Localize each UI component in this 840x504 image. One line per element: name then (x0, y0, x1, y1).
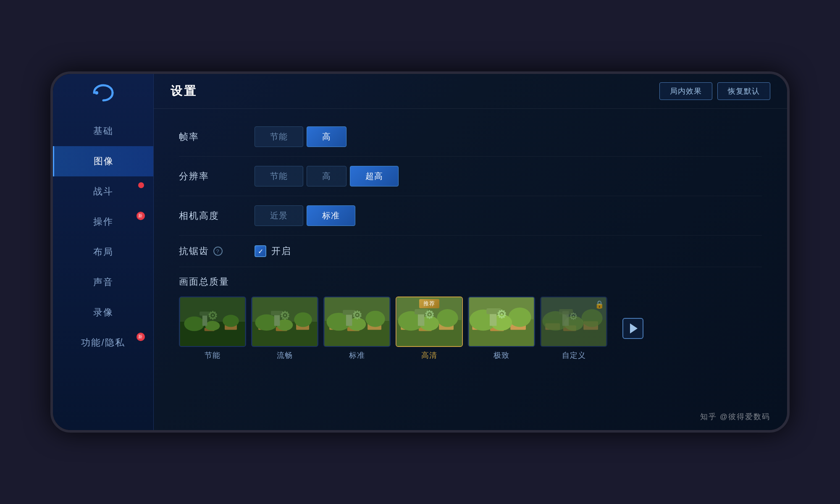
quality-cards: ⚙ 节能 (179, 297, 607, 360)
resolution-chaogao-button[interactable]: 超高 (350, 166, 399, 186)
header-buttons: 局内效果 恢复默认 (659, 82, 770, 100)
svg-text:⚙: ⚙ (207, 310, 218, 322)
sidebar-item-label: 图像 (94, 155, 114, 168)
sidebar-item-jichi[interactable]: 基础 (53, 116, 153, 146)
quality-card-label-biaozhun: 标准 (349, 350, 365, 360)
quality-card-image-liuchang: ⚙ (251, 297, 318, 347)
svg-point-62 (581, 309, 602, 327)
anti-aliasing-checkbox-wrapper: ✓ 开启 (255, 245, 291, 257)
quality-card-gaoqing[interactable]: ⚙ 推荐 高清 (396, 297, 463, 360)
main-content: 设置 局内效果 恢复默认 帧率 节能 高 (154, 74, 787, 430)
quality-card-label-jizhi: 极致 (494, 350, 509, 360)
frame-rate-controls: 节能 高 (255, 126, 346, 147)
phone-frame: 基础 图像 战斗 操作 新 布局 声音 录像 功能/隐私 (50, 71, 790, 433)
anti-aliasing-checkbox[interactable]: ✓ (255, 245, 266, 257)
sidebar-item-label: 操作 (93, 215, 113, 228)
camera-biaozhun-button[interactable]: 标准 (307, 205, 355, 226)
quality-card-image-biaozhun: ⚙ (323, 297, 391, 347)
svg-text:⚙: ⚙ (496, 308, 507, 321)
svg-point-40 (437, 309, 458, 327)
sidebar: 基础 图像 战斗 操作 新 布局 声音 录像 功能/隐私 (53, 74, 154, 430)
checkmark-icon: ✓ (258, 247, 263, 255)
help-icon[interactable]: ? (213, 247, 223, 256)
anti-aliasing-checkbox-label: 开启 (271, 245, 291, 257)
sidebar-item-luxiang[interactable]: 录像 (53, 297, 153, 328)
svg-text:⚙: ⚙ (352, 309, 362, 322)
quality-card-jiénéng[interactable]: ⚙ 节能 (179, 297, 246, 360)
quality-card-label-liuchang: 流畅 (277, 350, 293, 360)
quality-card-label-jiénéng: 节能 (205, 350, 220, 360)
svg-text:⚙: ⚙ (424, 309, 434, 321)
play-button[interactable] (622, 318, 643, 339)
resolution-label: 分辨率 (179, 170, 255, 183)
play-icon (630, 323, 638, 333)
svg-point-7 (223, 315, 239, 327)
logo (89, 82, 118, 103)
sidebar-item-label: 布局 (93, 246, 113, 258)
lock-icon: 🔒 (595, 300, 604, 309)
quality-card-label-gaoqing: 高清 (421, 350, 437, 360)
svg-point-8 (205, 321, 220, 331)
anti-aliasing-label: 抗锯齿 ? (179, 245, 255, 257)
quality-card-image-zidingyi: ⚙ 🔒 (540, 297, 607, 347)
sidebar-item-gongneng[interactable]: 功能/隐私 新 (53, 328, 153, 358)
sidebar-item-label: 声音 (93, 276, 113, 289)
quality-card-zidingyi[interactable]: ⚙ 🔒 自定义 (540, 297, 607, 360)
resolution-row: 分辨率 节能 高 超高 (179, 157, 762, 196)
settings-header: 设置 局内效果 恢复默认 (154, 74, 787, 109)
phone-screen: 基础 图像 战斗 操作 新 布局 声音 录像 功能/隐私 (53, 74, 787, 430)
sidebar-item-zhandou[interactable]: 战斗 (53, 176, 153, 207)
camera-height-row: 相机高度 近景 标准 (179, 196, 762, 236)
page-title: 设置 (171, 83, 197, 99)
camera-height-label: 相机高度 (179, 210, 255, 222)
quality-card-jizhi[interactable]: ⚙ 极致 (468, 297, 535, 360)
camera-height-controls: 近景 标准 (255, 205, 355, 226)
sidebar-item-buju[interactable]: 布局 (53, 237, 153, 267)
sidebar-item-caozuo[interactable]: 操作 新 (53, 207, 153, 237)
quality-section: 画面总质量 (179, 267, 762, 365)
new-badge: 新 (136, 212, 145, 220)
sidebar-item-label: 基础 (93, 125, 113, 137)
resolution-jiénéng-button[interactable]: 节能 (255, 166, 303, 186)
recommend-badge: 推荐 (419, 299, 439, 308)
sidebar-item-shengyin[interactable]: 声音 (53, 267, 153, 297)
svg-point-18 (294, 312, 312, 327)
svg-point-0 (95, 91, 98, 94)
resolution-controls: 节能 高 超高 (255, 166, 399, 186)
new-badge-gongneng: 新 (136, 333, 145, 341)
svg-text:⚙: ⚙ (280, 310, 290, 322)
svg-point-6 (184, 316, 204, 331)
frame-rate-jiénéng-button[interactable]: 节能 (255, 126, 303, 147)
svg-point-29 (365, 311, 385, 327)
quality-card-image-jiénéng: ⚙ (179, 297, 246, 347)
quality-title: 画面总质量 (179, 276, 762, 288)
quality-card-biaozhun[interactable]: ⚙ 标准 (323, 297, 391, 360)
quality-card-label-zidingyi: 自定义 (562, 350, 586, 360)
red-dot-badge (138, 182, 144, 188)
svg-text:⚙: ⚙ (570, 311, 578, 322)
restore-default-button[interactable]: 恢复默认 (717, 82, 770, 100)
sidebar-item-label: 战斗 (93, 185, 113, 198)
quality-card-image-gaoqing: ⚙ 推荐 (396, 297, 463, 347)
resolution-gao-button[interactable]: 高 (307, 166, 346, 186)
sidebar-item-tuxiang[interactable]: 图像 (53, 146, 153, 176)
quality-card-liuchang[interactable]: ⚙ 流畅 (251, 297, 318, 360)
frame-rate-label: 帧率 (179, 131, 255, 143)
in-game-effect-button[interactable]: 局内效果 (659, 82, 712, 100)
camera-jinjing-button[interactable]: 近景 (255, 205, 303, 226)
sidebar-item-label: 录像 (93, 306, 113, 319)
watermark: 知乎 @彼得爱数码 (700, 412, 770, 422)
quality-card-image-jizhi: ⚙ (468, 297, 535, 347)
frame-rate-row: 帧率 节能 高 (179, 117, 762, 157)
frame-rate-gao-button[interactable]: 高 (307, 126, 346, 147)
settings-body: 帧率 节能 高 分辨率 节能 高 超高 (154, 109, 787, 430)
anti-aliasing-row: 抗锯齿 ? ✓ 开启 (179, 236, 762, 267)
sidebar-item-label: 功能/隐私 (81, 336, 125, 349)
